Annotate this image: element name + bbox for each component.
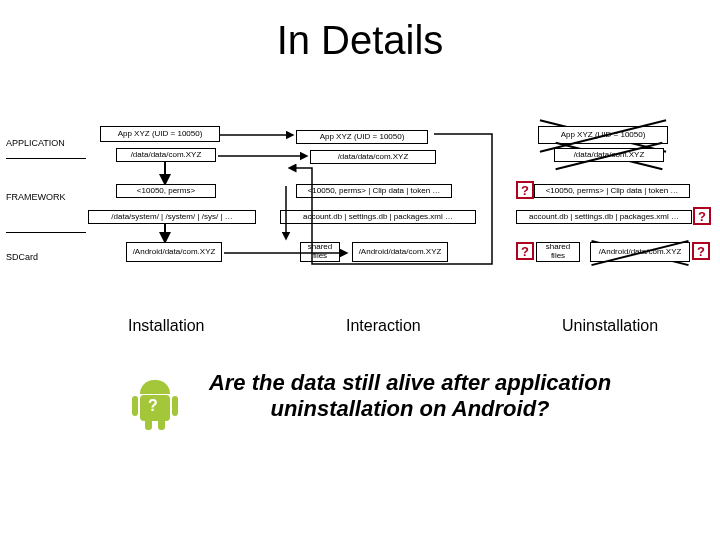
label-framework: FRAMEWORK	[6, 192, 66, 202]
c3-shared: shared files	[536, 242, 580, 262]
arrow-right-icon	[220, 130, 296, 140]
question-icon: ?	[516, 242, 534, 260]
colhead-uninstallation: Uninstallation	[562, 317, 658, 335]
c3-sdcard-crossed: /Android/data/com.XYZ	[590, 242, 690, 262]
question-icon: ?	[516, 181, 534, 199]
diagram-stage: APPLICATION FRAMEWORK SDCard App XYZ (UI…	[0, 120, 720, 360]
slide-title: In Details	[0, 0, 720, 63]
c1-app-data: /data/data/com.XYZ	[116, 148, 216, 162]
label-application: APPLICATION	[6, 138, 65, 148]
loopback-arrow-icon	[288, 122, 500, 272]
arrow-down-icon	[158, 224, 172, 242]
question-icon: ?	[692, 242, 710, 260]
c3-app-data-crossed: /data/data/com.XYZ	[554, 148, 664, 162]
c1-syspaths: /data/system/ | /system/ | /sys/ | …	[88, 210, 256, 224]
separator	[6, 232, 86, 233]
arrow-down-icon	[280, 186, 292, 242]
c3-perms: <10050, perms> | Clip data | token …	[534, 184, 690, 198]
c3-app-data: /data/data/com.XYZ	[554, 148, 664, 162]
c1-app-header: App XYZ (UID = 10050)	[100, 126, 220, 142]
colhead-installation: Installation	[128, 317, 205, 335]
question-icon: ?	[693, 207, 711, 225]
c3-sdcard: /Android/data/com.XYZ	[590, 242, 690, 262]
slide-question: Are the data still alive after applicati…	[190, 370, 630, 422]
c3-accounts: account.db | settings.db | packages.xml …	[516, 210, 692, 224]
arrow-down-icon	[158, 162, 172, 184]
colhead-interaction: Interaction	[346, 317, 421, 335]
c1-perms: <10050, perms>	[116, 184, 216, 198]
label-sdcard: SDCard	[6, 252, 38, 262]
separator	[6, 158, 86, 159]
android-question-icon: ?	[134, 378, 176, 428]
c1-sdcard: /Android/data/com.XYZ	[126, 242, 222, 262]
